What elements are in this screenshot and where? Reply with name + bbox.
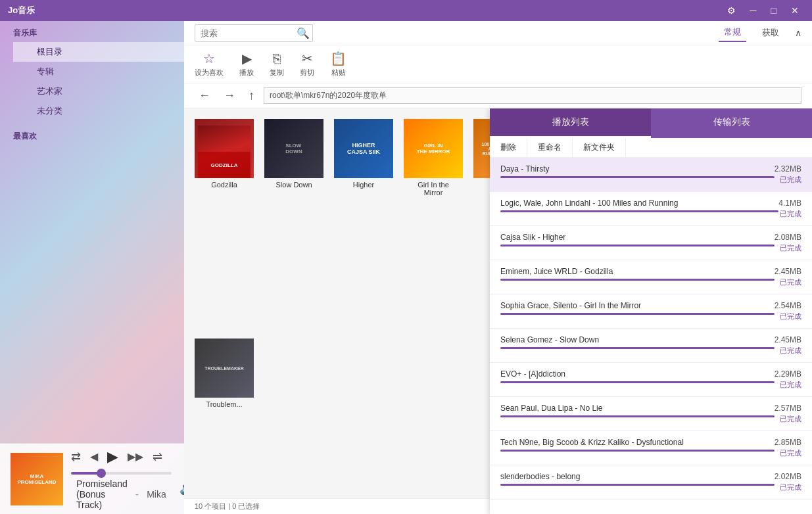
panel-item-name: Tech N9ne, Big Scoob & Krizz Kaliko - Dy…	[500, 438, 775, 447]
ctx-rename-btn[interactable]: 重命名	[527, 138, 573, 157]
favorite-label: 设为喜欢	[195, 68, 224, 78]
sidebar-player-area: MIKAPROMISELAND ⇄ ◀ ▶ ▶▶ ⇌	[0, 443, 184, 514]
play-btn[interactable]: ▶ 播放	[239, 51, 254, 78]
panel-item-right: 2.54MB 已完成	[775, 301, 801, 321]
panel-item-size: 2.08MB	[775, 233, 801, 242]
sidebar-item-artists[interactable]: 艺术家	[13, 82, 184, 101]
panel-item[interactable]: Logic, Wale, John Lindahl - 100 Miles an…	[490, 192, 812, 226]
panel-item-status: 已完成	[780, 243, 801, 253]
action-bar: ☆ 设为喜欢 ▶ 播放 ⎘ 复制 ✂ 剪切 📋 粘贴	[184, 45, 812, 83]
panel-item[interactable]: Selena Gomez - Slow Down 2.45MB 已完成	[490, 329, 812, 363]
content-with-panel: GODZILLA Godzilla SLOWDOWN Slow Down HIG…	[184, 108, 812, 514]
panel-tab-transfer[interactable]: 传输列表	[651, 108, 812, 138]
prev-btn[interactable]: ◀	[90, 450, 98, 463]
panel-item-size: 2.54MB	[775, 301, 801, 310]
player-track-row: Promiseland (Bonus Track) - Mika	[71, 479, 172, 510]
sidebar-item-unclassified[interactable]: 未分类	[13, 101, 184, 121]
panel-item[interactable]: Eminem, Juice WRLD - Godzilla 2.45MB 已完成	[490, 260, 812, 294]
favorite-btn[interactable]: ☆ 设为喜欢	[195, 51, 224, 78]
panel-item-right: 4.1MB 已完成	[778, 199, 801, 219]
panel-item[interactable]: Daya - Thirsty 2.32MB 已完成	[490, 158, 812, 192]
shuffle-btn[interactable]: ⇌	[153, 450, 162, 464]
sidebar: 音乐库 根目录 专辑 艺术家 未分类 最喜欢 MIKAPROMISELAND ⇄…	[0, 21, 184, 514]
progress-bar[interactable]	[71, 472, 172, 475]
search-input[interactable]	[201, 28, 293, 38]
path-box[interactable]: root\歌单\mkr67n的2020年度歌单	[264, 87, 801, 104]
status-text: 10 个项目 | 0 已选择	[195, 502, 260, 510]
panel-item-size: 2.57MB	[775, 404, 801, 413]
panel-item-progress	[500, 176, 775, 178]
file-name-godzilla: Godzilla	[211, 181, 237, 189]
play-pause-btn[interactable]: ▶	[107, 448, 118, 465]
back-nav-btn[interactable]: ←	[195, 87, 214, 104]
ctx-new-folder-btn[interactable]: 新文件夹	[573, 138, 626, 157]
repeat-btn[interactable]: ⇄	[71, 450, 81, 464]
file-name-slowdown: Slow Down	[275, 181, 312, 189]
file-item-higher[interactable]: HIGHERCAJSA SIIK Higher	[334, 119, 393, 197]
file-item-troublemaker[interactable]: TROUBLEMAKER Troublem...	[195, 339, 254, 408]
panel-item[interactable]: slenderbodies - belong 2.02MB 已完成	[490, 465, 812, 500]
panel-item-status: 已完成	[780, 482, 801, 492]
panel-content: Daya - Thirsty 2.32MB 已完成 Logic, Wale, J…	[490, 158, 812, 514]
panel-item-name: Daya - Thirsty	[500, 164, 775, 174]
panel-item-size: 2.45MB	[775, 267, 801, 276]
cut-btn[interactable]: ✂ 剪切	[300, 51, 314, 78]
cut-label: 剪切	[300, 68, 314, 78]
settings-btn[interactable]: ⚙	[722, 4, 741, 17]
panel-item-right: 2.29MB 已完成	[775, 369, 801, 390]
maximize-btn[interactable]: □	[766, 4, 782, 17]
panel-tabs: 播放列表 传输列表	[490, 108, 812, 138]
thumb-girlinmirror: GIRL INTHE MIRROR	[404, 119, 463, 178]
next-btn[interactable]: ▶▶	[128, 450, 143, 463]
tab-get[interactable]: 获取	[757, 24, 784, 41]
panel-item-size: 4.1MB	[778, 199, 801, 208]
panel-item-name: Sean Paul, Dua Lipa - No Lie	[500, 404, 775, 413]
cut-icon: ✂	[302, 51, 313, 66]
panel-item-right: 2.08MB 已完成	[775, 233, 801, 253]
player-info: ⇄ ◀ ▶ ▶▶ ⇌ Promiseland (Bonus Track)	[71, 448, 172, 510]
panel-item[interactable]: Sophia Grace, Silento - Girl In the Mirr…	[490, 294, 812, 329]
panel-item-name: Selena Gomez - Slow Down	[500, 335, 775, 344]
panel-item-name: EVO+ - [A]ddiction	[500, 369, 775, 379]
up-nav-btn[interactable]: ↑	[245, 87, 258, 104]
sidebar-item-albums[interactable]: 专辑	[13, 62, 184, 82]
progress-thumb[interactable]	[97, 469, 106, 478]
file-item-girlinmirror[interactable]: GIRL INTHE MIRROR Girl In theMirror	[404, 119, 463, 197]
minimize-btn[interactable]: ─	[745, 4, 762, 17]
library-label: 音乐库	[13, 28, 184, 39]
forward-nav-btn[interactable]: →	[220, 87, 239, 104]
panel-item[interactable]: EVO+ - [A]ddiction 2.29MB 已完成	[490, 363, 812, 397]
artist-name: Mika	[147, 489, 166, 500]
search-box[interactable]: 🔍	[195, 24, 313, 42]
copy-label: 复制	[270, 68, 284, 78]
copy-btn[interactable]: ⎘ 复制	[270, 51, 284, 78]
panel-item[interactable]: Sean Paul, Dua Lipa - No Lie 2.57MB 已完成	[490, 397, 812, 431]
panel-item-progress	[500, 279, 775, 281]
progress-area[interactable]	[71, 472, 172, 475]
file-item-slowdown[interactable]: SLOWDOWN Slow Down	[264, 119, 323, 197]
favorites-label: 最喜欢	[13, 131, 184, 142]
panel-item-size: 2.02MB	[775, 472, 801, 481]
panel-item[interactable]: Tech N9ne, Big Scoob & Krizz Kaliko - Dy…	[490, 431, 812, 465]
file-item-godzilla[interactable]: GODZILLA Godzilla	[195, 119, 254, 197]
panel-item-status: 已完成	[780, 448, 801, 458]
panel-item-progress	[500, 450, 775, 452]
paste-btn[interactable]: 📋 粘贴	[330, 51, 346, 78]
panel-item-progress	[500, 245, 775, 246]
play-label: 播放	[239, 68, 254, 78]
app-title: Jo音乐	[8, 5, 35, 16]
panel-item-name: Cajsa Siik - Higher	[500, 233, 775, 242]
panel-item-progress	[500, 313, 775, 315]
close-btn[interactable]: ✕	[786, 4, 804, 17]
panel-item-size: 2.45MB	[775, 335, 801, 344]
panel-item[interactable]: Cajsa Siik - Higher 2.08MB 已完成	[490, 226, 812, 260]
panel-tab-playlist[interactable]: 播放列表	[490, 108, 651, 138]
tab-regular[interactable]: 常规	[719, 24, 746, 42]
expand-btn[interactable]: ∧	[795, 28, 801, 38]
panel-item-right: 2.02MB 已完成	[775, 472, 801, 492]
panel-item-status: 已完成	[780, 277, 801, 287]
sidebar-item-root[interactable]: 根目录	[13, 42, 184, 62]
star-icon: ☆	[203, 51, 215, 66]
panel-overlay: 播放列表 传输列表 删除 重命名 新文件夹 Daya - Thirsty 2.3…	[490, 108, 812, 514]
ctx-delete-btn[interactable]: 删除	[490, 138, 527, 157]
